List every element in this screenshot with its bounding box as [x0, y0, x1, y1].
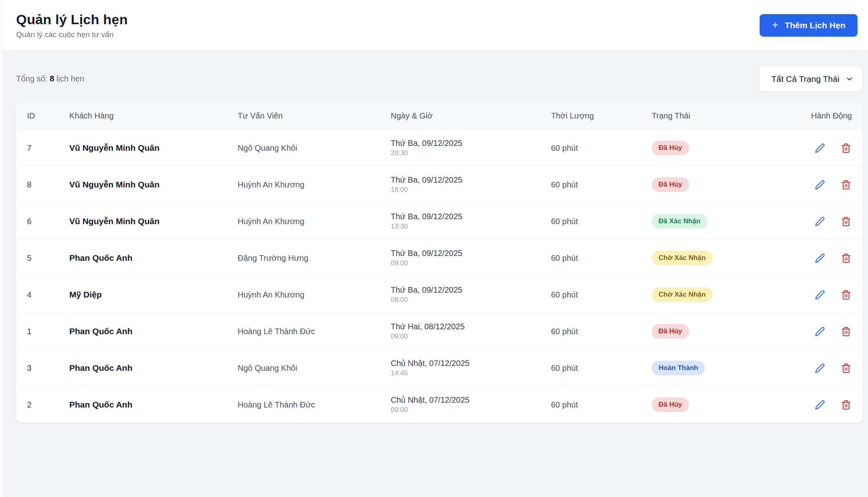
appointment-date: Thứ Ba, 09/12/2025	[391, 249, 551, 258]
add-appointment-button[interactable]: + Thêm Lịch Hẹn	[760, 14, 858, 37]
appointment-duration: 60 phút	[551, 254, 652, 263]
trash-icon	[841, 290, 851, 300]
appointment-time: 16:00	[391, 186, 551, 194]
consultant-name: Hoàng Lê Thành Đức	[238, 327, 391, 336]
delete-button[interactable]	[840, 252, 852, 264]
datetime-cell: Thứ Ba, 09/12/2025 16:00	[391, 175, 551, 194]
chevron-down-icon	[845, 75, 853, 83]
actions-cell	[809, 216, 852, 227]
customer-name: Phan Quốc Anh	[69, 400, 238, 410]
customer-name: Vũ Nguyễn Minh Quân	[69, 180, 238, 189]
pencil-icon	[815, 326, 825, 337]
delete-button[interactable]	[840, 179, 852, 191]
total-count-number: 8	[50, 74, 54, 83]
appointment-duration: 60 phút	[551, 364, 652, 373]
customer-name: Phan Quốc Anh	[69, 363, 238, 373]
actions-cell	[809, 252, 852, 264]
column-header-datetime: Ngày & Giờ	[391, 111, 551, 121]
appointment-date: Chủ Nhật, 07/12/2025	[391, 395, 551, 405]
edit-button[interactable]	[814, 179, 826, 191]
status-filter-select[interactable]: Tất Cả Trạng Thái	[759, 66, 863, 92]
edit-button[interactable]	[814, 326, 826, 337]
appointment-duration: 60 phút	[551, 400, 652, 410]
appointment-id: 2	[27, 400, 69, 410]
customer-name: Mỹ Diệp	[69, 290, 238, 299]
table-body: 7 Vũ Nguyễn Minh Quân Ngô Quang Khôi Thứ…	[16, 129, 863, 423]
edit-button[interactable]	[814, 289, 826, 301]
customer-name: Phan Quốc Anh	[69, 253, 238, 263]
appointment-time: 08:00	[391, 296, 551, 304]
trash-icon	[841, 253, 851, 263]
appointment-id: 6	[27, 217, 69, 226]
appointment-duration: 60 phút	[551, 327, 652, 336]
edit-button[interactable]	[814, 216, 826, 227]
consultant-name: Ngô Quang Khôi	[238, 143, 391, 153]
actions-cell	[809, 399, 852, 411]
consultant-name: Huỳnh An Khương	[238, 217, 391, 226]
total-suffix: lịch hẹn	[56, 74, 84, 83]
customer-name: Phan Quốc Anh	[69, 326, 238, 336]
appointment-duration: 60 phút	[551, 217, 652, 226]
pencil-icon	[815, 363, 825, 373]
status-filter-value: Tất Cả Trạng Thái	[771, 74, 839, 84]
appointments-table: ID Khách Hàng Tư Vấn Viên Ngày & Giờ Thờ…	[16, 102, 863, 423]
datetime-cell: Chủ Nhật, 07/12/2025 14:45	[391, 359, 551, 377]
edit-button[interactable]	[814, 399, 826, 411]
trash-icon	[841, 180, 851, 190]
column-header-id: ID	[27, 111, 69, 121]
status-cell: Đã Hủy	[652, 141, 809, 155]
table-row: 4 Mỹ Diệp Huỳnh An Khương Thứ Ba, 09/12/…	[16, 276, 863, 313]
delete-button[interactable]	[840, 216, 852, 227]
delete-button[interactable]	[840, 142, 852, 154]
delete-button[interactable]	[840, 326, 852, 337]
appointment-id: 5	[27, 254, 69, 263]
delete-button[interactable]	[840, 289, 852, 301]
status-badge: Chờ Xác Nhận	[652, 251, 713, 265]
status-badge: Hoàn Thành	[652, 361, 705, 375]
appointment-date: Thứ Ba, 09/12/2025	[391, 212, 551, 221]
appointment-duration: 60 phút	[551, 290, 652, 299]
trash-icon	[841, 326, 851, 337]
actions-cell	[809, 362, 852, 374]
appointment-date: Chủ Nhật, 07/12/2025	[391, 359, 551, 368]
appointment-time: 14:45	[391, 369, 551, 377]
status-cell: Đã Hủy	[652, 324, 809, 339]
delete-button[interactable]	[840, 399, 852, 411]
datetime-cell: Thứ Ba, 09/12/2025 09:00	[391, 249, 551, 267]
status-cell: Chờ Xác Nhận	[652, 287, 809, 302]
toolbar: Tổng số: 8 lịch hẹn Tất Cả Trạng Thái	[16, 66, 863, 92]
edit-button[interactable]	[814, 252, 826, 264]
status-cell: Đã Hủy	[652, 177, 809, 192]
appointment-time: 20:30	[391, 149, 551, 157]
appointment-time: 09:00	[391, 333, 551, 341]
edit-button[interactable]	[814, 362, 826, 374]
customer-name: Vũ Nguyễn Minh Quân	[69, 143, 238, 153]
actions-cell	[809, 289, 852, 301]
delete-button[interactable]	[840, 362, 852, 374]
status-badge: Đã Hủy	[652, 177, 689, 192]
main-content: Tổng số: 8 lịch hẹn Tất Cả Trạng Thái ID…	[0, 66, 868, 423]
datetime-cell: Thứ Ba, 09/12/2025 08:00	[391, 285, 551, 304]
appointment-time: 09:00	[391, 406, 551, 414]
datetime-cell: Thứ Hai, 08/12/2025 09:00	[391, 322, 551, 341]
status-cell: Chờ Xác Nhận	[652, 251, 809, 265]
total-count-text: Tổng số: 8 lịch hẹn	[16, 74, 84, 83]
appointment-id: 4	[27, 290, 69, 299]
appointment-date: Thứ Ba, 09/12/2025	[391, 175, 551, 185]
consultant-name: Hoàng Lê Thành Đức	[238, 400, 391, 410]
pencil-icon	[815, 216, 825, 227]
edit-button[interactable]	[814, 142, 826, 154]
trash-icon	[841, 400, 851, 410]
pencil-icon	[815, 143, 825, 153]
column-header-duration: Thời Lượng	[551, 111, 652, 121]
add-appointment-label: Thêm Lịch Hẹn	[785, 21, 845, 30]
left-edge-divider	[0, 0, 3, 497]
actions-cell	[809, 179, 852, 191]
table-row: 3 Phan Quốc Anh Ngô Quang Khôi Chủ Nhật,…	[16, 349, 863, 386]
consultant-name: Huỳnh An Khương	[238, 290, 391, 299]
pencil-icon	[815, 253, 825, 263]
table-row: 6 Vũ Nguyễn Minh Quân Huỳnh An Khương Th…	[16, 203, 863, 239]
status-badge: Chờ Xác Nhận	[652, 287, 713, 302]
total-prefix: Tổng số:	[16, 74, 48, 83]
page-header: Quản lý Lịch hẹn Quản lý các cuộc hẹn tư…	[0, 0, 868, 51]
